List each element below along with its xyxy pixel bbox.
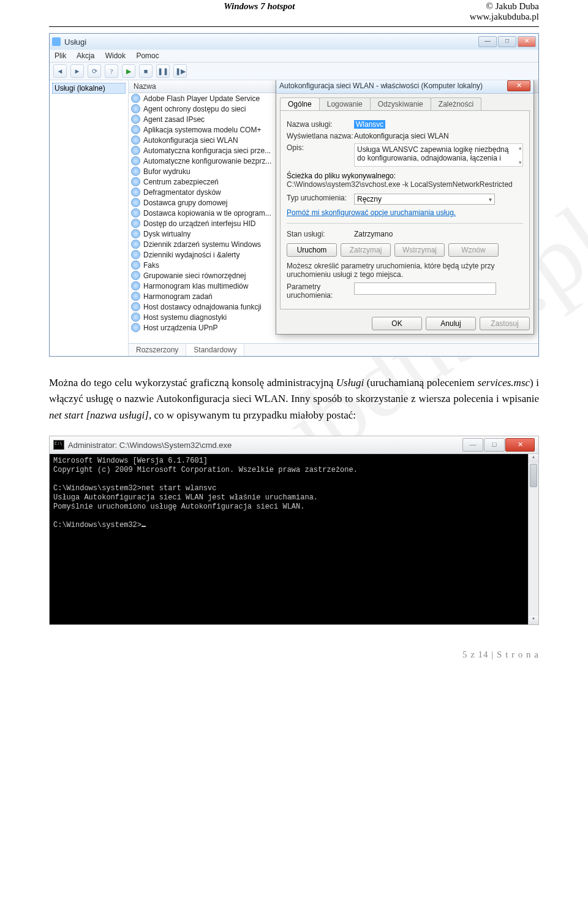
cmd-maximize-button[interactable]: □ (484, 438, 505, 452)
gear-icon (131, 146, 140, 155)
menu-action[interactable]: Akcja (77, 51, 94, 60)
label-status: Stan usługi: (287, 230, 354, 238)
doc-title: Windows 7 hotspot (49, 1, 470, 22)
service-name: Bufor wydruku (143, 167, 190, 176)
restart-icon[interactable]: ❚▶ (173, 64, 187, 78)
cmd-icon (53, 440, 64, 450)
cmd-window: Administrator: C:\Windows\System32\cmd.e… (49, 436, 539, 625)
tab-deps[interactable]: Zależności (431, 97, 481, 110)
services-title: Usługi (64, 37, 478, 47)
doc-author: © Jakub Duba www.jakubduba.pl (470, 1, 539, 22)
help-link[interactable]: Pomóż mi skonfigurować opcje uruchamiani… (287, 208, 456, 217)
toolbar: ◄ ► ⟳ ? ▶ ■ ❚❚ ❚▶ (50, 63, 538, 80)
apply-button: Zastosuj (480, 317, 530, 330)
startup-type-combo[interactable]: Ręczny (354, 194, 495, 205)
nav-back-icon[interactable]: ◄ (53, 64, 67, 78)
service-name: Aplikacja systemowa modelu COM+ (143, 126, 261, 134)
header-rule (49, 26, 539, 27)
gear-icon (131, 208, 140, 218)
cancel-button[interactable]: Anuluj (426, 317, 476, 330)
dialog-title: Autokonfiguracja sieci WLAN - właściwośc… (279, 81, 507, 90)
refresh-icon[interactable]: ⟳ (88, 64, 101, 78)
scroll-thumb[interactable] (530, 464, 537, 487)
gear-icon (131, 177, 140, 186)
tree-root[interactable]: Usługi (lokalne) (52, 83, 126, 94)
start-button[interactable]: Uruchom (287, 243, 337, 257)
service-name: Adobe Flash Player Update Service (143, 94, 260, 103)
gear-icon (131, 271, 140, 280)
service-name: Host urządzenia UPnP (143, 324, 217, 332)
label-description: Opis: (287, 143, 354, 152)
services-window: Usługi — □ ✕ Plik Akcja Widok Pomoc ◄ ► … (49, 33, 539, 357)
help-icon[interactable]: ? (105, 64, 118, 78)
body-paragraph: Można do tego celu wykorzystać graficzną… (49, 375, 539, 423)
gear-icon (131, 250, 140, 259)
gear-icon (131, 281, 140, 290)
dialog-tabs: Ogólne Logowanie Odzyskiwanie Zależności (280, 97, 530, 110)
col-name[interactable]: Nazwa (129, 80, 280, 93)
value-status: Zatrzymano (354, 230, 523, 238)
service-name: Host systemu diagnostyki (143, 313, 227, 322)
gear-icon (131, 313, 140, 322)
gear-icon (131, 135, 140, 145)
label-startup-type: Typ uruchomienia: (287, 194, 354, 202)
label-params: Parametry uruchomienia: (287, 282, 354, 300)
menu-view[interactable]: Widok (105, 51, 126, 60)
cmd-title: Administrator: C:\Windows\System32\cmd.e… (68, 441, 462, 450)
tree-pane: Usługi (lokalne) (50, 80, 129, 356)
gear-icon (131, 240, 140, 249)
label-display-name: Wyświetlana nazwa: (287, 132, 354, 140)
label-service-name: Nazwa usługi: (287, 120, 354, 129)
tab-general[interactable]: Ogólne (280, 97, 320, 110)
tab-extended[interactable]: Rozszerzony (129, 344, 186, 356)
scroll-down-icon[interactable]: ▾ (529, 616, 538, 624)
params-field[interactable] (354, 282, 496, 295)
page-footer: 5 z 14 | S t r o n a (49, 650, 539, 660)
play-icon[interactable]: ▶ (122, 64, 135, 78)
cmd-scrollbar[interactable]: ▴ ▾ (528, 454, 538, 624)
nav-fwd-icon[interactable]: ► (70, 64, 84, 78)
stop-icon[interactable]: ■ (139, 64, 153, 78)
service-name: Dysk wirtualny (143, 230, 190, 238)
ok-button[interactable]: OK (372, 317, 422, 330)
service-name: Grupowanie sieci równorzędnej (143, 271, 246, 280)
site-line: www.jakubduba.pl (470, 12, 539, 22)
service-name: Defragmentator dysków (143, 188, 221, 197)
service-name: Dziennik zdarzeń systemu Windows (143, 240, 261, 249)
service-name: Agent zasad IPsec (143, 115, 205, 124)
services-icon (52, 37, 61, 46)
value-service-name: Wlansvc (354, 120, 385, 129)
service-name: Dostęp do urządzeń interfejsu HID (143, 219, 255, 228)
service-name: Dostawca kopiowania w tle oprogram... (143, 209, 271, 218)
gear-icon (131, 292, 140, 301)
tab-recovery[interactable]: Odzyskiwanie (370, 97, 431, 110)
maximize-button[interactable]: □ (498, 36, 516, 47)
gear-icon (131, 104, 140, 113)
gear-icon (131, 94, 140, 103)
value-description: Usługa WLANSVC zapewnia logikę niezbędną… (354, 143, 523, 167)
menu-help[interactable]: Pomoc (136, 51, 159, 60)
service-name: Faks (143, 261, 159, 270)
pause-icon[interactable]: ❚❚ (156, 64, 170, 78)
cmd-close-button[interactable]: ✕ (505, 438, 535, 452)
minimize-button[interactable]: — (478, 36, 497, 47)
tab-logon[interactable]: Logowanie (319, 97, 371, 110)
properties-dialog: Autokonfiguracja sieci WLAN - właściwośc… (276, 80, 534, 335)
resume-button: Wznów (448, 243, 499, 257)
close-button[interactable]: ✕ (518, 36, 536, 47)
tab-standard[interactable]: Standardowy (186, 344, 244, 356)
gear-icon (131, 323, 140, 332)
gear-icon (131, 156, 140, 165)
menu-file[interactable]: Plik (55, 51, 66, 60)
service-name: Autokonfiguracja sieci WLAN (143, 136, 238, 145)
stop-button: Zatrzymaj (341, 243, 391, 257)
cmd-minimize-button[interactable]: — (462, 438, 483, 452)
label-exe-path: Ścieżka do pliku wykonywalnego: (287, 172, 523, 180)
services-titlebar: Usługi — □ ✕ (50, 34, 538, 50)
dialog-close-icon[interactable]: ✕ (507, 80, 530, 91)
author-line: © Jakub Duba (470, 1, 539, 12)
scroll-up-icon[interactable]: ▴ (529, 454, 538, 463)
service-name: Automatyczna konfiguracja sieci prze... (143, 146, 271, 155)
gear-icon (131, 115, 140, 124)
service-name: Agent ochrony dostępu do sieci (143, 105, 246, 113)
